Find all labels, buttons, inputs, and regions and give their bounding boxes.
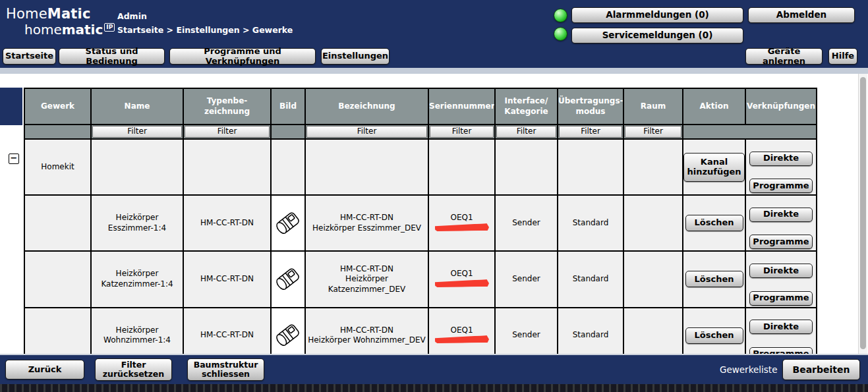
device-room [623, 251, 683, 307]
filter-bezeichnung-input[interactable]: Filter [306, 126, 427, 138]
alarm-messages-button[interactable]: Alarmmeldungen (0) [571, 7, 743, 23]
device-serial: OEQ1 [428, 195, 495, 251]
nav-startseite[interactable]: Startseite [3, 48, 56, 65]
radiator-thermostat-icon [273, 206, 303, 240]
filter-raum-input[interactable]: Filter [625, 126, 681, 138]
filter-actions-empty [683, 125, 817, 139]
teach-in-devices-button[interactable]: Geräte anlernen [745, 48, 823, 65]
programs-links-button[interactable]: Programme [749, 347, 813, 354]
header-divider-strip [0, 68, 868, 74]
radiator-thermostat-icon [273, 262, 303, 296]
gewerke-table: Gewerk Name Typenbe- zeichnung Bild Beze… [24, 88, 817, 354]
logo-matic: Matic [47, 6, 91, 22]
device-interface: Sender [495, 251, 558, 307]
device-interface: Sender [495, 308, 558, 354]
filter-gewerk-empty [24, 125, 91, 139]
col-verknuepfungen: Verknüpfungen [745, 88, 817, 125]
alarm-status-led-icon [554, 9, 567, 22]
device-mode: Standard [558, 251, 623, 307]
device-type: HM-CC-RT-DN [183, 308, 271, 354]
device-room [623, 308, 683, 354]
collapse-icon[interactable]: − [9, 154, 19, 164]
nav-status-und-bedienung[interactable]: Status und Bedienung [59, 48, 165, 65]
col-bezeichnung[interactable]: Bezeichnung [305, 88, 428, 125]
direct-links-button[interactable]: Direkte [749, 208, 813, 222]
logo-home-lower: home [24, 22, 62, 38]
filter-interface-input[interactable]: Filter [496, 126, 556, 138]
background-window-strip [0, 384, 868, 392]
redaction-marker [435, 279, 489, 288]
edit-button[interactable]: Bearbeiten [782, 359, 860, 380]
col-uebertragungsmodus[interactable]: Übertragungs- modus [558, 88, 623, 125]
breadcrumb: Startseite > Einstellungen > Gewerke [117, 25, 293, 35]
redaction-marker [435, 223, 489, 232]
device-type: HM-CC-RT-DN [183, 195, 271, 251]
filter-seriennummer-input[interactable]: Filter [430, 126, 494, 138]
top-header: HomeMatic homematicIP Admin Startseite >… [0, 0, 868, 68]
footer-bar: Zurück Filter zurücksetzen Baumstruktur … [0, 354, 868, 384]
direct-links-button[interactable]: Direkte [749, 152, 813, 166]
device-type: HM-CC-RT-DN [183, 251, 271, 307]
filter-name-input[interactable]: Filter [92, 126, 182, 138]
homematic-ip-logo: homematicIP [24, 22, 115, 38]
group-row-homekit: Homekit Kanal hinzufügen Direkte Program… [24, 139, 817, 195]
col-raum[interactable]: Raum [623, 88, 683, 125]
device-room [623, 195, 683, 251]
device-name: Heizkörper Katzenzimmer-1:4 [91, 251, 183, 307]
filter-modus-input[interactable]: Filter [559, 126, 622, 138]
nav-einstellungen[interactable]: Einstellungen [321, 48, 390, 65]
group-name: Homekit [24, 139, 91, 195]
col-seriennummer[interactable]: Seriennummer [428, 88, 495, 125]
programs-links-button[interactable]: Programme [749, 291, 813, 306]
device-serial: OEQ1 [428, 308, 495, 354]
device-mode: Standard [558, 308, 623, 354]
programs-links-button[interactable]: Programme [749, 179, 813, 193]
homematic-ip-badge: IP [104, 23, 115, 32]
direct-links-button[interactable]: Direkte [749, 264, 813, 278]
redaction-marker [435, 335, 489, 344]
homematic-logo: HomeMatic [6, 6, 91, 22]
delete-button[interactable]: Löschen [685, 215, 743, 231]
vertical-scrollbar[interactable] [858, 74, 867, 354]
serial-prefix: OEQ1 [450, 325, 473, 335]
serial-prefix: OEQ1 [450, 213, 473, 222]
help-button[interactable]: Hilfe [828, 48, 857, 65]
col-bild: Bild [271, 88, 305, 125]
service-status-led-icon [554, 27, 567, 41]
reset-filter-button[interactable]: Filter zurücksetzen [95, 358, 172, 381]
device-description: HM-CC-RT-DN Heizkörper Esszimmer_DEV [305, 195, 428, 251]
device-description: HM-CC-RT-DN Heizkörper Katzenzimmer_DEV [305, 251, 428, 307]
col-gewerk[interactable]: Gewerk [24, 88, 91, 125]
logout-button[interactable]: Abmelden [748, 7, 855, 23]
filter-bild-empty [271, 125, 305, 139]
service-messages-button[interactable]: Servicemeldungen (0) [571, 28, 743, 43]
serial-prefix: OEQ1 [450, 269, 473, 278]
delete-button[interactable]: Löschen [685, 327, 743, 344]
table-corner-block [0, 88, 22, 125]
filter-typ-input[interactable]: Filter [185, 126, 270, 138]
content-area: − Gewerk Name Typenbe- zeichnung Bild Be… [0, 74, 868, 354]
device-row: Heizkörper Esszimmer-1:4 HM-CC-RT-DN HM-… [24, 195, 817, 251]
device-serial: OEQ1 [428, 251, 495, 307]
back-button[interactable]: Zurück [5, 360, 84, 379]
col-interface-kategorie[interactable]: Interface/ Kategorie [495, 88, 558, 125]
col-typenbezeichnung[interactable]: Typenbe- zeichnung [183, 88, 271, 125]
close-tree-button[interactable]: Baumstruktur schliessen [187, 358, 264, 381]
add-channel-button[interactable]: Kanal hinzufügen [683, 153, 744, 182]
col-name[interactable]: Name [91, 88, 183, 125]
device-row: Heizkörper Katzenzimmer-1:4 HM-CC-RT-DN … [24, 251, 817, 307]
direct-links-button[interactable]: Direkte [749, 320, 813, 334]
delete-button[interactable]: Löschen [685, 271, 743, 287]
programs-links-button[interactable]: Programme [749, 235, 813, 249]
scrollbar-thumb[interactable] [860, 77, 866, 349]
radiator-thermostat-icon [273, 318, 303, 352]
nav-programme-und-verknuepfungen[interactable]: Programme und Verknüpfungen [169, 48, 316, 65]
logo-matic-lower: matic [62, 22, 103, 38]
device-name: Heizkörper Esszimmer-1:4 [91, 195, 183, 251]
device-description: HM-CC-RT-DN Heizkörper Wohnzimmer_DEV [305, 308, 428, 354]
device-name: Heizkörper Wohnzimmer-1:4 [91, 308, 183, 354]
device-row: Heizkörper Wohnzimmer-1:4 HM-CC-RT-DN HM… [24, 308, 817, 354]
table-header-row: Gewerk Name Typenbe- zeichnung Bild Beze… [24, 88, 817, 125]
user-label: Admin [117, 11, 147, 21]
device-interface: Sender [495, 195, 558, 251]
